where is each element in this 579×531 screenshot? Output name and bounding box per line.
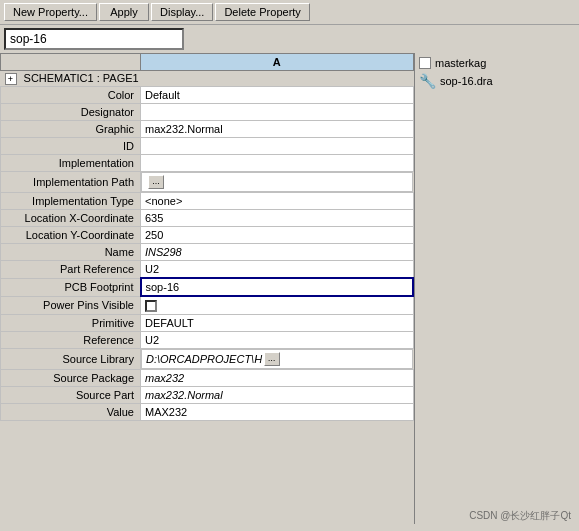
row-value[interactable] xyxy=(141,138,414,155)
row-value[interactable]: 250 xyxy=(141,227,414,244)
schematic-header-row: + SCHEMATIC1 : PAGE1 xyxy=(1,71,414,87)
row-label: Location X-Coordinate xyxy=(1,210,141,227)
row-label: Primitive xyxy=(1,315,141,332)
table-row[interactable]: ColorDefault xyxy=(1,87,414,104)
properties-table: A + SCHEMATIC1 : PAGE1 ColorDefaultDesig… xyxy=(0,53,414,421)
file-label: sop-16.dra xyxy=(440,75,493,87)
row-value[interactable]: DEFAULT xyxy=(141,315,414,332)
row-label: Name xyxy=(1,244,141,261)
row-label: Graphic xyxy=(1,121,141,138)
table-row[interactable]: NameINS298 xyxy=(1,244,414,261)
table-row[interactable]: Implementation Path... xyxy=(1,172,414,193)
row-value[interactable]: ... xyxy=(141,172,413,192)
browse-button[interactable]: ... xyxy=(148,175,164,189)
table-row[interactable]: Designator xyxy=(1,104,414,121)
row-label: PCB Footprint xyxy=(1,278,141,296)
row-label: Color xyxy=(1,87,141,104)
table-row[interactable]: Implementation xyxy=(1,155,414,172)
row-value[interactable]: max232.Normal xyxy=(141,121,414,138)
table-row[interactable]: Power Pins Visible xyxy=(1,296,414,315)
expand-icon[interactable]: + xyxy=(5,73,17,85)
table-row[interactable]: Implementation Type<none> xyxy=(1,193,414,210)
row-label: Implementation Type xyxy=(1,193,141,210)
new-property-button[interactable]: New Property... xyxy=(4,3,97,21)
row-value[interactable] xyxy=(141,155,414,172)
row-label: Implementation xyxy=(1,155,141,172)
table-row[interactable]: PCB Footprintsop-16 xyxy=(1,278,414,296)
row-value[interactable]: INS298 xyxy=(141,244,414,261)
row-label: Source Package xyxy=(1,370,141,387)
col-label-header xyxy=(1,54,141,71)
row-value[interactable]: MAX232 xyxy=(141,404,414,421)
power-pins-checkbox[interactable] xyxy=(145,300,157,312)
row-value[interactable]: Default xyxy=(141,87,414,104)
search-row xyxy=(0,25,579,53)
table-row[interactable]: Source Partmax232.Normal xyxy=(1,387,414,404)
row-value[interactable] xyxy=(141,296,414,315)
table-row[interactable]: ReferenceU2 xyxy=(1,332,414,349)
file-icon: 🔧 xyxy=(419,73,436,89)
row-label: Source Part xyxy=(1,387,141,404)
toolbar: New Property... Apply Display... Delete … xyxy=(0,0,579,25)
table-row[interactable]: Part ReferenceU2 xyxy=(1,261,414,279)
browse-italic-value: D:\ORCADPROJECT\H xyxy=(146,353,262,365)
row-value[interactable]: U2 xyxy=(141,261,414,279)
row-label: Source Library xyxy=(1,349,141,370)
apply-button[interactable]: Apply xyxy=(99,3,149,21)
row-label: Location Y-Coordinate xyxy=(1,227,141,244)
row-label: Part Reference xyxy=(1,261,141,279)
row-value[interactable]: D:\ORCADPROJECT\H... xyxy=(141,349,413,369)
delete-property-button[interactable]: Delete Property xyxy=(215,3,309,21)
masterkag-label: masterkag xyxy=(435,57,486,69)
table-row[interactable]: Location X-Coordinate635 xyxy=(1,210,414,227)
table-row[interactable]: Source LibraryD:\ORCADPROJECT\H... xyxy=(1,349,414,370)
watermark: CSDN @长沙红胖子Qt xyxy=(469,509,571,523)
row-value[interactable] xyxy=(141,104,414,121)
row-label: Implementation Path xyxy=(1,172,141,193)
row-label: Reference xyxy=(1,332,141,349)
side-panel: masterkag 🔧 sop-16.dra xyxy=(415,53,579,524)
properties-table-container[interactable]: A + SCHEMATIC1 : PAGE1 ColorDefaultDesig… xyxy=(0,53,415,524)
row-value[interactable]: <none> xyxy=(141,193,414,210)
table-row[interactable]: ValueMAX232 xyxy=(1,404,414,421)
table-row[interactable]: PrimitiveDEFAULT xyxy=(1,315,414,332)
table-row[interactable]: ID xyxy=(1,138,414,155)
row-value[interactable]: sop-16 xyxy=(141,278,414,296)
row-label: ID xyxy=(1,138,141,155)
main-area: A + SCHEMATIC1 : PAGE1 ColorDefaultDesig… xyxy=(0,53,579,524)
row-value[interactable]: U2 xyxy=(141,332,414,349)
row-value[interactable]: max232.Normal xyxy=(141,387,414,404)
col-a-header: A xyxy=(141,54,414,71)
row-value[interactable]: max232 xyxy=(141,370,414,387)
masterkag-checkbox[interactable] xyxy=(419,57,431,69)
source-library-browse-button[interactable]: ... xyxy=(264,352,280,366)
display-button[interactable]: Display... xyxy=(151,3,213,21)
schematic-label: SCHEMATIC1 : PAGE1 xyxy=(24,72,139,84)
masterkag-item: masterkag xyxy=(419,57,575,69)
table-row[interactable]: Location Y-Coordinate250 xyxy=(1,227,414,244)
row-value[interactable]: 635 xyxy=(141,210,414,227)
search-input[interactable] xyxy=(4,28,184,50)
table-row[interactable]: Source Packagemax232 xyxy=(1,370,414,387)
file-item[interactable]: 🔧 sop-16.dra xyxy=(419,73,575,89)
row-label: Value xyxy=(1,404,141,421)
row-label: Power Pins Visible xyxy=(1,296,141,315)
table-row[interactable]: Graphicmax232.Normal xyxy=(1,121,414,138)
row-label: Designator xyxy=(1,104,141,121)
